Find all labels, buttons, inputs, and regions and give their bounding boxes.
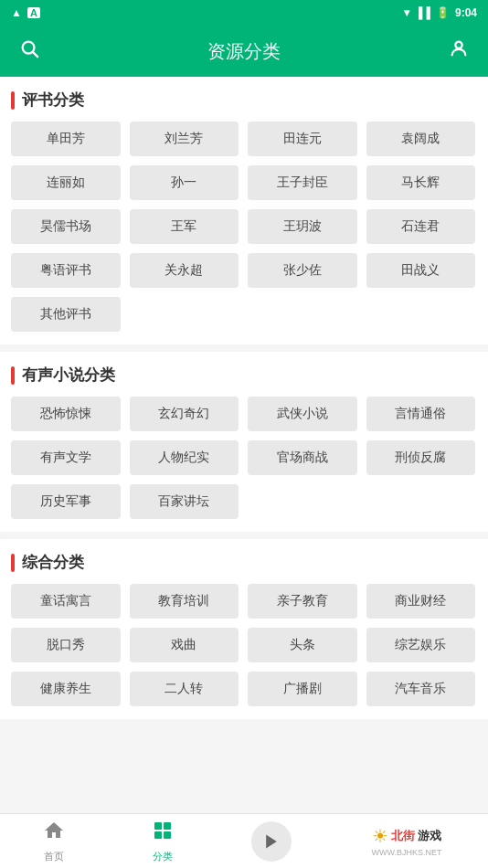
section-title-pingshufenlei: 评书分类 (11, 90, 477, 111)
nav-home[interactable]: 首页 (0, 814, 109, 868)
battery-icon: 🔋 (436, 6, 450, 19)
tag-item[interactable]: 言情通俗 (366, 397, 476, 431)
signal-bars: ▐▐ (415, 6, 430, 19)
user-icon[interactable] (444, 38, 473, 64)
nav-category-label: 分类 (153, 850, 173, 863)
section-pingshufenlei: 评书分类 单田芳 刘兰芳 田连元 袁阔成 连丽如 孙一 王子封臣 马长辉 昊儒书… (0, 77, 488, 344)
svg-point-2 (455, 42, 461, 48)
tag-item[interactable]: 袁阔成 (366, 122, 476, 156)
svg-rect-6 (164, 831, 171, 839)
tag-item[interactable]: 官场商战 (248, 440, 357, 475)
tag-item[interactable]: 张少佐 (248, 253, 357, 288)
brand-name: 北街 (391, 828, 415, 844)
tag-item[interactable]: 综艺娱乐 (366, 628, 476, 662)
tag-item[interactable]: 其他评书 (11, 297, 121, 332)
tag-item[interactable]: 关永超 (130, 253, 239, 288)
status-bar: ▲ A ▾ ▐▐ 🔋 9:04 (0, 0, 488, 26)
status-left: ▲ A (11, 6, 40, 19)
tag-grid-zonghe: 童话寓言 教育培训 亲子教育 商业财经 脱口秀 戏曲 头条 综艺娱乐 健康养生 … (11, 584, 477, 706)
svg-rect-4 (164, 822, 171, 830)
tag-item[interactable]: 王玥波 (248, 209, 357, 244)
tag-item[interactable]: 刘兰芳 (130, 122, 239, 156)
tag-grid-pingshufenlei: 单田芳 刘兰芳 田连元 袁阔成 连丽如 孙一 王子封臣 马长辉 昊儒书场 王军 … (11, 122, 477, 332)
tag-item[interactable]: 单田芳 (11, 122, 121, 156)
tag-item[interactable]: 二人转 (130, 672, 239, 706)
search-icon[interactable] (15, 38, 44, 64)
tag-item[interactable]: 有声文学 (11, 440, 121, 475)
svg-marker-7 (266, 834, 277, 848)
brand-sun-icon: ☀ (372, 825, 388, 847)
nav-home-label: 首页 (44, 850, 64, 863)
tag-item[interactable]: 童话寓言 (11, 584, 121, 619)
tag-item[interactable]: 玄幻奇幻 (130, 397, 239, 431)
tag-item[interactable]: 王军 (130, 209, 239, 244)
tag-item[interactable]: 汽车音乐 (366, 672, 476, 706)
header: 资源分类 (0, 26, 488, 77)
signal-icon: ▲ (11, 6, 22, 19)
svg-rect-3 (154, 822, 162, 830)
tag-item[interactable]: 戏曲 (130, 628, 239, 662)
bottom-nav: 首页 分类 ☀ 北街 游戏 WWW.BJHKS. (0, 813, 488, 868)
play-button[interactable] (251, 821, 292, 862)
tag-item[interactable]: 脱口秀 (11, 628, 121, 662)
tag-item[interactable]: 教育培训 (130, 584, 239, 619)
wifi-icon: ▾ (404, 6, 409, 19)
svg-rect-5 (154, 831, 162, 839)
clock: 9:04 (455, 6, 477, 19)
section-youshengxiaoshuofenlei: 有声小说分类 恐怖惊悚 玄幻奇幻 武侠小说 言情通俗 有声文学 人物纪实 官场商… (0, 352, 488, 532)
page-title: 资源分类 (44, 39, 444, 64)
tag-item[interactable]: 昊儒书场 (11, 209, 121, 244)
brand-url: WWW.BJHKS.NET (372, 848, 442, 857)
content: 评书分类 单田芳 刘兰芳 田连元 袁阔成 连丽如 孙一 王子封臣 马长辉 昊儒书… (0, 77, 488, 781)
tag-item[interactable]: 历史军事 (11, 484, 121, 519)
status-right: ▾ ▐▐ 🔋 9:04 (404, 6, 477, 19)
tag-item[interactable]: 孙一 (130, 165, 239, 200)
svg-line-1 (33, 52, 37, 57)
tag-item[interactable]: 头条 (248, 628, 357, 662)
tag-item[interactable]: 刑侦反腐 (366, 440, 476, 475)
nav-play[interactable] (217, 814, 325, 868)
tag-item[interactable]: 健康养生 (11, 672, 121, 706)
tag-item[interactable]: 武侠小说 (248, 397, 357, 431)
section-zonghefenlei: 综合分类 童话寓言 教育培训 亲子教育 商业财经 脱口秀 戏曲 头条 综艺娱乐 … (0, 539, 488, 719)
section-title-youshengxiaoshuofenlei: 有声小说分类 (11, 365, 477, 386)
category-icon (152, 820, 174, 847)
nav-brand[interactable]: ☀ 北街 游戏 WWW.BJHKS.NET (325, 814, 488, 868)
tag-item[interactable]: 王子封臣 (248, 165, 357, 200)
tag-item[interactable]: 田战义 (366, 253, 476, 288)
tag-item[interactable]: 百家讲坛 (130, 484, 239, 519)
tag-item[interactable]: 石连君 (366, 209, 476, 244)
tag-item[interactable]: 马长辉 (366, 165, 476, 200)
home-icon (43, 820, 65, 847)
tag-item[interactable]: 商业财经 (366, 584, 476, 619)
tag-item[interactable]: 粤语评书 (11, 253, 121, 288)
tag-item[interactable]: 人物纪实 (130, 440, 239, 475)
tag-item[interactable]: 亲子教育 (248, 584, 357, 619)
app-icon: A (27, 7, 40, 18)
section-title-zonghefenlei: 综合分类 (11, 552, 477, 573)
nav-category[interactable]: 分类 (109, 814, 217, 868)
tag-item[interactable]: 田连元 (248, 122, 357, 156)
tag-grid-yousheng: 恐怖惊悚 玄幻奇幻 武侠小说 言情通俗 有声文学 人物纪实 官场商战 刑侦反腐 … (11, 397, 477, 519)
tag-item[interactable]: 广播剧 (248, 672, 357, 706)
tag-item[interactable]: 恐怖惊悚 (11, 397, 121, 431)
tag-item[interactable]: 连丽如 (11, 165, 121, 200)
brand-game: 游戏 (418, 828, 441, 844)
